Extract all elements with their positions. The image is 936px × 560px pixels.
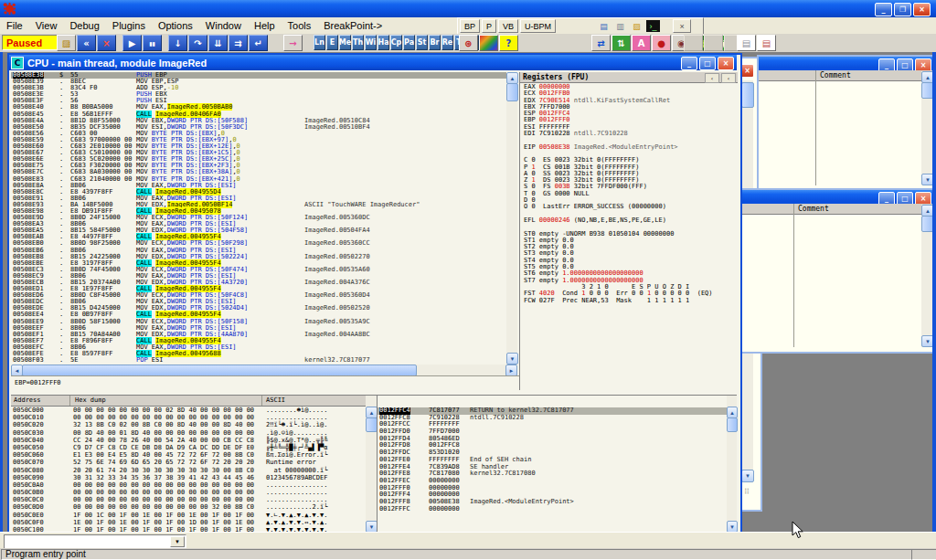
dump-row[interactable]: 0050C0F01E 00 1F 00 1E 00 1F 00 1F 00 1D…: [11, 519, 366, 526]
close-process-button[interactable]: ×: [97, 35, 116, 51]
notes-icon[interactable]: ▤: [597, 20, 611, 32]
goto-button[interactable]: →: [283, 35, 303, 51]
toolbar-pa-button[interactable]: Pa: [403, 35, 415, 50]
disassembly-pane[interactable]: 00508E38$55PUSH EBP00508E39.8BECMOV EBP,…: [11, 72, 506, 365]
dump-row[interactable]: 0050C03000 8D 40 00 01 8D 40 00 00 00 00…: [11, 429, 366, 437]
disasm-row[interactable]: 00508E3B.83C4 F0ADD ESP,-10: [11, 85, 506, 91]
comment-window-a[interactable]: _ □ × Comment ▲ ▼: [757, 55, 936, 192]
disasm-row[interactable]: 00508EFE.E8 8597F8FFCALL ImageRed.004956…: [11, 351, 506, 357]
animate-over-button[interactable]: ⇉: [229, 35, 248, 51]
cpu-window[interactable]: C CPU - main thread, module ImageRed _ □…: [7, 53, 742, 535]
dump-row[interactable]: 0050C02032 13 8B C0 02 00 8B C0 00 8D 40…: [11, 421, 366, 428]
menu-plugins[interactable]: Plugins: [106, 18, 152, 33]
app-titlebar[interactable]: _ ❐ ×: [0, 0, 936, 17]
bp-close-button[interactable]: ×: [673, 19, 691, 33]
dump-row[interactable]: 0050C0E01F 00 1C 00 1F 00 1E 00 1F 00 1E…: [11, 512, 366, 519]
register-line[interactable]: EIP 00508E38 ImageRed.<ModuleEntryPoint>: [520, 144, 713, 151]
toolbar-re-button[interactable]: Re: [441, 35, 453, 50]
toolbar-me-button[interactable]: Me: [339, 35, 351, 50]
open-file-button[interactable]: ▨: [57, 35, 76, 51]
scroll-thumb[interactable]: [741, 82, 754, 108]
toolbar-wi-button[interactable]: Wi: [365, 35, 377, 50]
dump-row[interactable]: 0050C08020 20 61 74 20 30 30 30 30 30 30…: [11, 467, 366, 474]
minimize-button[interactable]: _: [875, 3, 892, 16]
run-button[interactable]: ▶: [122, 35, 142, 51]
bp-button-vb[interactable]: VB: [498, 19, 518, 33]
dump-vscrollbar[interactable]: ▲ ▼: [366, 395, 377, 533]
registers-prev-icon[interactable]: ‹: [705, 73, 719, 83]
menu-debug[interactable]: Debug: [63, 18, 105, 33]
menu-window[interactable]: Window: [199, 18, 248, 33]
restart-button[interactable]: «: [77, 35, 96, 51]
register-line[interactable]: EFL 00000246 (NO,NB,E,BE,NS,PE,GE,LE): [520, 217, 713, 224]
console-icon[interactable]: ›_: [646, 20, 660, 32]
menu-help[interactable]: Help: [248, 18, 282, 33]
options-button[interactable]: ⊛: [459, 35, 478, 51]
dump-row[interactable]: 0050C0B000 00 00 00 00 00 00 00 00 00 00…: [11, 489, 366, 496]
bp-button-bp[interactable]: BP: [460, 19, 480, 33]
command-input[interactable]: [5, 535, 172, 546]
animate-into-button[interactable]: ⇊: [208, 35, 228, 51]
until-return-button[interactable]: ↵: [249, 35, 268, 51]
cpu-minimize-icon[interactable]: _: [681, 57, 697, 70]
resize-grip[interactable]: ⠿: [744, 488, 755, 499]
toolbar-e-button[interactable]: E: [326, 35, 338, 50]
step-over-button[interactable]: ↷: [188, 35, 207, 51]
comment-window-a-titlebar[interactable]: _ □ ×: [759, 57, 934, 70]
doc-page-red-icon[interactable]: ▤: [757, 35, 776, 51]
dump-row[interactable]: 0050C07052 75 6E 74 69 6D 65 20 65 72 72…: [11, 459, 366, 466]
menu-options[interactable]: Options: [152, 18, 199, 33]
toolbar-ha-button[interactable]: Ha: [378, 35, 389, 50]
toolbar-th-button[interactable]: Th: [352, 35, 364, 50]
bp-button-p[interactable]: P: [482, 19, 496, 33]
toolbar-br-button[interactable]: Br: [429, 35, 441, 50]
toolbar-ln-button[interactable]: Ln: [314, 35, 325, 50]
scroll-down-icon[interactable]: ▼: [506, 353, 518, 365]
doc-page-icon[interactable]: ▤: [737, 35, 756, 51]
command-combobox[interactable]: ▼: [4, 534, 186, 549]
scroll-down-icon[interactable]: ▼: [741, 470, 754, 482]
bp-button-ubpm[interactable]: U-BPM: [520, 19, 556, 33]
menu-view[interactable]: View: [29, 18, 64, 33]
menu-breakpoint[interactable]: BreakPoint->: [317, 18, 388, 33]
pause-button[interactable]: ▮▮: [143, 35, 162, 51]
toolbar-st-button[interactable]: St: [416, 35, 428, 50]
swap-arrows-icon[interactable]: ⇄: [591, 35, 611, 51]
restore-button[interactable]: ❐: [894, 3, 911, 16]
stack-row[interactable]: 0012FFFC00000000: [378, 506, 727, 513]
registers-pane[interactable]: Registers (FPU) ‹ ‹ EAX 00000000ECX 0012…: [519, 72, 738, 390]
dump-pane[interactable]: Address Hex dump ASCII 0050C00000 00 00 …: [11, 395, 366, 533]
registers-next-icon[interactable]: ‹: [721, 73, 736, 83]
dump-row[interactable]: 0050C09030 31 32 33 34 35 36 37 38 39 41…: [11, 474, 366, 481]
scroll-thumb[interactable]: [727, 417, 738, 432]
scroll-thumb[interactable]: [506, 83, 518, 101]
disasm-row[interactable]: 00508F03.5EPOP ESIkernel32.7C817077: [11, 357, 506, 364]
cpu-restore-icon[interactable]: □: [699, 57, 716, 70]
assemble-icon[interactable]: A: [632, 35, 651, 51]
dump-row[interactable]: 0050C0A000 00 00 00 00 00 00 00 00 00 00…: [11, 481, 366, 489]
folder-icon[interactable]: ▨: [630, 20, 644, 32]
dump-row[interactable]: 0050C00000 00 00 00 00 00 00 00 02 8D 40…: [11, 407, 366, 414]
cpu-close-icon[interactable]: ×: [718, 57, 734, 70]
help-button[interactable]: ?: [499, 35, 518, 51]
cpu-titlebar[interactable]: C CPU - main thread, module ImageRed _ □…: [9, 55, 737, 70]
log-icon[interactable]: ▥: [613, 20, 627, 32]
close-button[interactable]: ×: [913, 3, 931, 16]
background-window-close-icon[interactable]: ×: [740, 64, 754, 78]
dump-row[interactable]: 0050C060E1 E3 00 E4 E5 8D 40 00 45 72 72…: [11, 451, 366, 459]
register-line[interactable]: FCW 027F Prec NEAR,53 Mask 1 1 1 1 1 1: [520, 298, 713, 304]
combobox-dropdown-icon[interactable]: ▼: [170, 536, 185, 547]
breakpoint-dot-icon[interactable]: ●: [652, 35, 671, 51]
dump-row[interactable]: 0050C040CC 24 40 00 78 26 40 00 54 2A 40…: [11, 437, 366, 444]
menu-tools[interactable]: Tools: [282, 18, 318, 33]
comment-window-b-titlebar[interactable]: _ □ ×: [740, 190, 934, 204]
disasm-row[interactable]: 00508E3E.53PUSH EBX: [11, 91, 506, 98]
dump-row[interactable]: 0050C0D000 00 00 00 00 00 00 00 00 00 00…: [11, 503, 366, 511]
disasm-vscrollbar[interactable]: ▲ ▼: [506, 72, 517, 365]
register-line[interactable]: T 0 GS 0000 NULL: [520, 191, 713, 197]
disasm-hscrollbar[interactable]: ◄ ►: [11, 365, 517, 375]
comment-window-b[interactable]: _ □ × Comment ▲ ▼: [739, 188, 936, 354]
appearance-button[interactable]: [479, 35, 498, 51]
toolbar-cp-button[interactable]: Cp: [390, 35, 402, 50]
register-line[interactable]: EDI 7C910228 ntdll.7C910228: [520, 131, 713, 137]
